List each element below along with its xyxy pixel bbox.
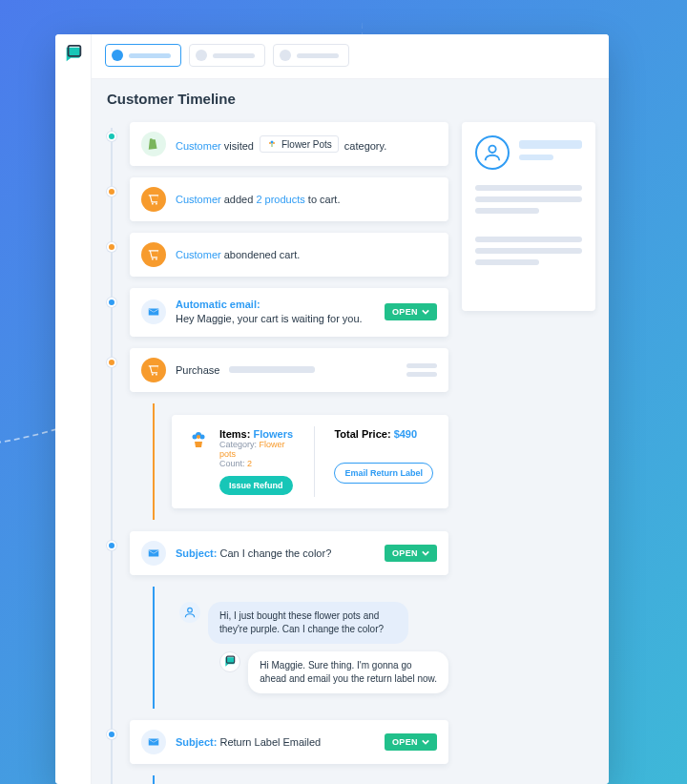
chevron-down-icon bbox=[422, 549, 429, 557]
svg-point-8 bbox=[156, 258, 157, 260]
tab-dot-icon bbox=[112, 50, 123, 61]
email-icon bbox=[141, 541, 166, 566]
main-area: Customer Timeline Customer visited Flowe… bbox=[92, 34, 609, 784]
chevron-down-icon bbox=[422, 308, 429, 316]
category-chip[interactable]: Flower Pots bbox=[260, 135, 339, 153]
event-add-cart: Customer added 2 products to cart. bbox=[105, 177, 448, 221]
subject-text: Can I change the color? bbox=[219, 547, 331, 559]
card-auto-email: Automatic email: Hey Maggie, your cart i… bbox=[130, 288, 448, 337]
tab-label-placeholder bbox=[129, 53, 171, 58]
timeline-bullet bbox=[107, 187, 116, 196]
tab-label-placeholder bbox=[297, 53, 339, 58]
tab-dot-icon bbox=[280, 50, 291, 61]
subject-text: Return Label Emailed bbox=[219, 736, 321, 748]
open-button[interactable]: OPEN bbox=[385, 545, 437, 562]
event-abandon: Customer abondened cart. bbox=[105, 233, 448, 277]
timeline: Customer visited Flower Pots category. C… bbox=[105, 122, 448, 784]
tab-2[interactable] bbox=[189, 44, 265, 67]
skeleton-line bbox=[229, 366, 315, 373]
divider bbox=[314, 426, 315, 497]
event-text: Subject: Return Label Emailed bbox=[176, 736, 321, 748]
items-link[interactable]: Flowers bbox=[253, 428, 293, 440]
chat-block-1: Hi, I just bought these flower pots and … bbox=[153, 587, 448, 709]
skeleton-line bbox=[475, 185, 582, 191]
chat-thread: Hi, I just bought these flower pots and … bbox=[172, 598, 448, 697]
customer-link[interactable]: Customer bbox=[176, 249, 221, 260]
flower-icon bbox=[187, 428, 210, 495]
email-return-label-button[interactable]: Email Return Label bbox=[334, 463, 433, 484]
event-visit: Customer visited Flower Pots category. bbox=[105, 122, 448, 166]
cart-icon bbox=[141, 242, 166, 267]
shopify-icon bbox=[141, 132, 166, 156]
customer-avatar-icon bbox=[475, 135, 510, 170]
page-title: Customer Timeline bbox=[107, 91, 595, 107]
event-subject-2: Subject: Return Label Emailed OPEN bbox=[105, 720, 448, 764]
svg-point-3 bbox=[273, 142, 275, 144]
total-price: $490 bbox=[394, 428, 417, 440]
skeleton-line bbox=[475, 208, 539, 214]
svg-rect-4 bbox=[271, 144, 272, 148]
customer-header bbox=[475, 135, 582, 170]
tab-dot-icon bbox=[196, 50, 207, 61]
svg-point-2 bbox=[269, 142, 271, 144]
customer-avatar-icon bbox=[179, 602, 200, 623]
skeleton-line bbox=[519, 140, 582, 149]
event-text: Subject: Can I change the color? bbox=[176, 547, 331, 559]
tab-1[interactable] bbox=[105, 44, 181, 67]
skeleton-line bbox=[475, 237, 582, 242]
event-text: Automatic email: Hey Maggie, your cart i… bbox=[176, 298, 363, 327]
svg-point-5 bbox=[152, 203, 154, 205]
timeline-bullet bbox=[107, 541, 116, 550]
card-purchase: Purchase bbox=[130, 348, 448, 392]
bubble-text: Hi, I just bought these flower pots and … bbox=[208, 602, 408, 644]
chevron-down-icon bbox=[422, 738, 429, 746]
skeleton-line bbox=[519, 155, 553, 160]
svg-point-13 bbox=[200, 434, 205, 439]
flower-icon bbox=[266, 138, 278, 150]
skeleton-line bbox=[475, 259, 539, 265]
content-row: Customer visited Flower Pots category. C… bbox=[105, 122, 595, 784]
event-text: Customer added 2 products to cart. bbox=[176, 194, 340, 205]
agent-avatar-icon bbox=[219, 651, 240, 672]
event-auto-email: Automatic email: Hey Maggie, your cart i… bbox=[105, 288, 448, 337]
app-logo-icon[interactable] bbox=[63, 44, 84, 65]
info-block bbox=[475, 185, 582, 214]
app-window: Customer Timeline Customer visited Flowe… bbox=[55, 34, 609, 784]
card-abandon: Customer abondened cart. bbox=[130, 233, 448, 277]
timeline-bullet bbox=[107, 730, 116, 739]
skeleton-line bbox=[406, 363, 437, 368]
timeline-bullet bbox=[107, 242, 116, 252]
issue-refund-button[interactable]: Issue Refund bbox=[219, 476, 293, 495]
card-add-cart: Customer added 2 products to cart. bbox=[130, 177, 448, 221]
purchase-row: Purchase bbox=[176, 363, 437, 377]
svg-point-12 bbox=[193, 434, 198, 439]
subject-label: Subject: bbox=[176, 736, 219, 748]
svg-point-7 bbox=[152, 258, 154, 260]
open-button[interactable]: OPEN bbox=[385, 733, 437, 751]
tab-3[interactable] bbox=[273, 44, 349, 67]
event-text: Customer visited Flower Pots category. bbox=[176, 135, 386, 153]
svg-point-6 bbox=[156, 203, 157, 205]
agent-message: Hi Maggie. Sure thing. I'm gonna go ahea… bbox=[219, 651, 448, 693]
svg-point-14 bbox=[197, 435, 200, 439]
cart-icon bbox=[141, 187, 166, 212]
svg-point-9 bbox=[152, 374, 154, 376]
tab-bar bbox=[92, 34, 609, 79]
purchase-items-col: Items: Flowers Category: Flower pots Cou… bbox=[187, 428, 295, 495]
left-rail bbox=[55, 34, 92, 784]
card-subject-2: Subject: Return Label Emailed OPEN bbox=[130, 720, 448, 764]
timeline-bullet bbox=[107, 132, 116, 141]
card-visit: Customer visited Flower Pots category. bbox=[130, 122, 448, 166]
customer-side-panel bbox=[462, 122, 595, 311]
purchase-label: Purchase bbox=[176, 364, 219, 376]
open-button[interactable]: OPEN bbox=[385, 303, 437, 320]
customer-link[interactable]: Customer bbox=[176, 194, 221, 205]
event-text: Customer abondened cart. bbox=[176, 249, 300, 260]
svg-point-19 bbox=[489, 146, 495, 153]
customer-link[interactable]: Customer bbox=[176, 140, 221, 152]
bubble-text: Hi Maggie. Sure thing. I'm gonna go ahea… bbox=[248, 651, 448, 693]
timeline-line bbox=[111, 128, 113, 784]
products-link[interactable]: 2 products bbox=[256, 194, 304, 205]
purchase-total-col: Total Price: $490 Email Return Label bbox=[334, 428, 433, 484]
tab-label-placeholder bbox=[213, 53, 255, 58]
